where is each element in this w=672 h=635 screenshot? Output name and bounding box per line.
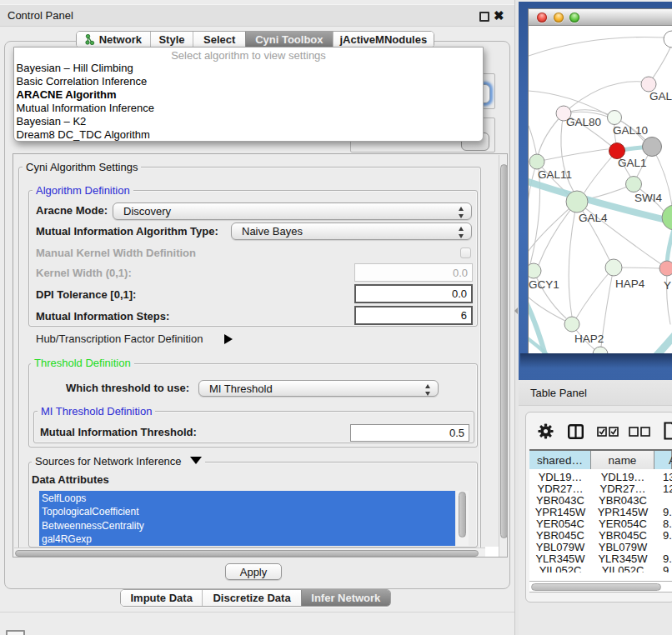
tab-style[interactable]: Style xyxy=(150,32,193,48)
network-window-titlebar[interactable] xyxy=(529,9,672,26)
table-cell[interactable] xyxy=(654,494,672,506)
table-column-header[interactable]: shared… xyxy=(529,451,591,471)
network-node[interactable] xyxy=(605,259,622,276)
mi-type-combo[interactable]: Naive Bayes xyxy=(231,222,472,240)
table-row[interactable]: YER054CYER054C8. xyxy=(529,518,672,529)
dropdown-item[interactable]: Basic Correlation Inference xyxy=(14,75,483,88)
network-node[interactable] xyxy=(664,31,672,48)
new-document-icon[interactable] xyxy=(664,422,672,440)
dropdown-item[interactable]: Dream8 DC_TDC Algorithm xyxy=(14,128,483,142)
table-cell[interactable]: YER054C xyxy=(529,518,591,529)
table-cell[interactable]: YBL079W xyxy=(591,541,654,552)
dpi-tolerance-field[interactable]: 0.0 xyxy=(354,284,473,303)
table-cell[interactable]: YBR045C xyxy=(591,529,654,541)
table-cell[interactable]: YER054C xyxy=(591,518,654,529)
network-node[interactable] xyxy=(566,191,588,212)
table-row[interactable]: YDR27…YDR27…12 xyxy=(529,482,672,494)
divider-collapse-icon[interactable] xyxy=(514,308,518,314)
float-window-icon[interactable] xyxy=(479,12,489,22)
attribute-list-item[interactable]: gal4RGexp xyxy=(39,532,455,546)
deselect-all-checkboxes-icon[interactable] xyxy=(629,427,650,437)
table-column-header[interactable]: name xyxy=(591,451,654,471)
table-row[interactable]: YBR045CYBR045C9. xyxy=(529,529,672,541)
sources-title[interactable]: Sources for Network Inference xyxy=(32,456,205,467)
network-node[interactable] xyxy=(643,138,662,157)
dropdown-item[interactable]: Mutual Information Inference xyxy=(14,102,483,115)
network-edge[interactable] xyxy=(569,202,577,317)
hub-section-label[interactable]: Hub/Transcription Factor Definition xyxy=(36,332,233,345)
scrollbar-thumb[interactable] xyxy=(531,583,661,591)
tab-select[interactable]: Select xyxy=(193,32,245,48)
table-cell[interactable]: YBR043C xyxy=(529,494,591,506)
scrollbar-thumb[interactable] xyxy=(500,164,508,538)
network-edge-highlighted[interactable] xyxy=(639,332,672,353)
which-threshold-combo[interactable]: MI Threshold xyxy=(198,380,439,397)
dropdown-item[interactable]: Bayesian – K2 xyxy=(14,115,483,128)
table-cell[interactable]: 13 xyxy=(654,471,672,482)
table-cell[interactable]: YDL19… xyxy=(591,471,654,482)
table-horizontal-scrollbar[interactable] xyxy=(529,581,672,592)
table-column-header[interactable]: Av xyxy=(654,451,672,471)
table-cell[interactable]: YBL079W xyxy=(529,541,591,552)
data-attributes-list[interactable]: SelfLoopsTopologicalCoefficientBetweenne… xyxy=(39,491,455,546)
table-cell[interactable]: YIL052C xyxy=(529,564,591,572)
bottom-tab-infer-network[interactable]: Infer Network xyxy=(301,590,390,606)
network-node[interactable] xyxy=(626,177,642,192)
table-cell[interactable]: 8. xyxy=(654,518,672,529)
table-cell[interactable]: YLR345W xyxy=(529,552,591,564)
bottom-tab-impute-data[interactable]: Impute Data xyxy=(121,590,202,606)
network-node[interactable] xyxy=(608,111,622,125)
manual-kernel-checkbox[interactable] xyxy=(460,248,471,258)
table-cell[interactable]: 9. xyxy=(654,564,672,572)
network-canvas[interactable]: GALGAL80GAL10GAL1GAL11SWI4GAL4GCY1HAP4YH… xyxy=(529,27,672,353)
mi-threshold-field[interactable]: 0.5 xyxy=(350,424,469,442)
network-edge-highlighted[interactable] xyxy=(667,229,672,263)
table-cell[interactable]: YBR045C xyxy=(529,529,591,541)
scrollbar-thumb[interactable] xyxy=(15,550,479,557)
network-edge[interactable] xyxy=(576,268,614,318)
tab-network[interactable]: Network xyxy=(77,32,150,48)
table-cell[interactable]: YPR145W xyxy=(529,506,591,518)
table-cell[interactable]: 9. xyxy=(654,506,672,518)
table-row[interactable]: YBL079WYBL079W xyxy=(529,541,672,552)
network-node[interactable] xyxy=(529,154,544,169)
select-all-checkboxes-icon[interactable] xyxy=(597,427,619,437)
network-edge[interactable] xyxy=(667,268,671,324)
apply-button[interactable]: Apply xyxy=(225,563,282,580)
table-cell[interactable]: YBR043C xyxy=(591,494,654,506)
network-edge[interactable] xyxy=(529,37,664,56)
close-icon[interactable]: ✖ xyxy=(494,10,504,22)
attribute-list-item[interactable]: BetweennessCentrality xyxy=(39,519,455,533)
attributes-list-scrollbar[interactable] xyxy=(456,491,469,546)
table-cell[interactable]: YPR145W xyxy=(591,506,654,518)
columns-icon[interactable] xyxy=(568,424,584,439)
tab-cyni-toolbox[interactable]: Cyni Toolbox xyxy=(245,32,333,48)
table-row[interactable]: YIL052CYIL052C9. xyxy=(529,564,672,572)
table-cell[interactable]: YDR27… xyxy=(529,482,591,494)
network-node[interactable] xyxy=(564,317,579,332)
table-row[interactable]: YPR145WYPR145W9. xyxy=(529,506,672,518)
scrollbar-thumb[interactable] xyxy=(459,492,466,538)
overview-toggle[interactable] xyxy=(6,630,25,635)
table-cell[interactable] xyxy=(654,541,672,552)
settings-vertical-scrollbar[interactable] xyxy=(499,155,508,558)
table-row[interactable]: YLR345WYLR345W9. xyxy=(529,552,672,564)
network-node[interactable] xyxy=(529,263,541,278)
network-edge[interactable] xyxy=(564,82,642,113)
dropdown-item[interactable]: ARACNE Algorithm xyxy=(14,88,483,102)
minimize-traffic-light-icon[interactable] xyxy=(554,12,564,22)
settings-horizontal-scrollbar[interactable] xyxy=(14,548,485,558)
bottom-tab-discretize-data[interactable]: Discretize Data xyxy=(202,590,300,606)
table-row[interactable]: YBR043CYBR043C xyxy=(529,494,672,506)
aracne-mode-combo[interactable]: Discovery xyxy=(113,202,472,220)
kernel-width-field[interactable]: 0.0 xyxy=(354,263,473,282)
network-node[interactable] xyxy=(593,347,608,353)
table-cell[interactable]: YIL052C xyxy=(591,564,654,572)
gear-icon[interactable] xyxy=(538,423,554,439)
table-cell[interactable]: 12 xyxy=(654,482,672,494)
close-traffic-light-icon[interactable] xyxy=(537,12,547,22)
network-node[interactable] xyxy=(659,261,672,276)
zoom-traffic-light-icon[interactable] xyxy=(569,12,579,22)
attribute-list-item[interactable]: TopologicalCoefficient xyxy=(39,505,455,519)
network-edge[interactable] xyxy=(537,149,608,162)
